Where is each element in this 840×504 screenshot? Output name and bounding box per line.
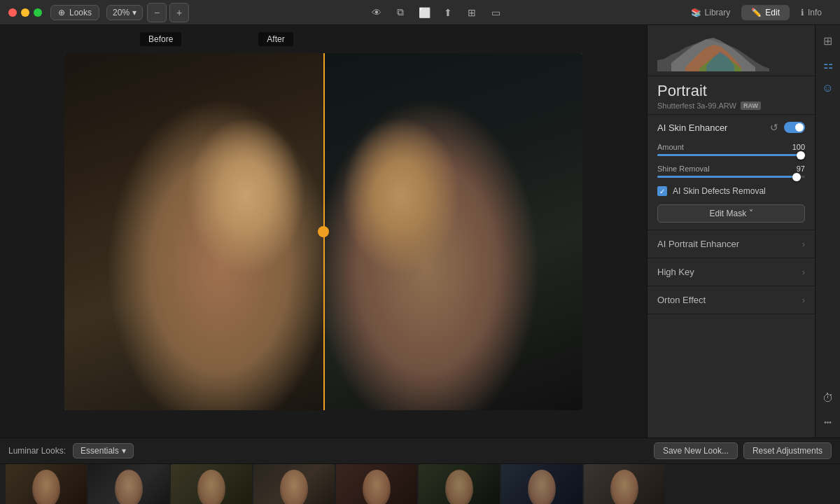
ai-portrait-enhancer-label: AI Portrait Enhancer	[657, 239, 739, 249]
high-key-label: High Key	[657, 267, 694, 277]
high-key-item[interactable]: High Key ›	[648, 258, 815, 286]
thumb-soft-airy[interactable]: Soft & Airy	[584, 464, 665, 504]
export-button[interactable]: ⬆	[438, 3, 458, 22]
info-icon: ℹ	[801, 8, 804, 18]
library-tab-label: Library	[705, 8, 731, 18]
save-new-look-button[interactable]: Save New Look...	[654, 442, 738, 459]
zoom-out-button[interactable]: −	[147, 3, 167, 22]
minimize-button[interactable]	[21, 8, 29, 17]
thumb-contrast-enhancer[interactable]: Contrast Enhancer	[171, 464, 252, 504]
library-tab[interactable]: 📚 Library	[681, 5, 741, 20]
reset-adjustments-button[interactable]: Reset Adjustments	[743, 442, 832, 459]
looks-bar: Luminar Looks: Essentials ▾ Save New Loo…	[0, 438, 840, 464]
histogram-canvas	[657, 32, 769, 71]
shine-removal-label-row: Shine Removal 97	[657, 164, 805, 173]
thumb-bg	[501, 464, 582, 504]
amount-label-row: Amount 100	[657, 143, 805, 151]
file-name: Shutterfest 3a-99.ARW	[657, 102, 736, 110]
thumb-face	[197, 470, 225, 504]
zoom-control[interactable]: 20% ▾	[106, 5, 143, 20]
ai-skin-enhancer-toggle[interactable]	[784, 122, 805, 133]
thumb-ai-image-enhancer[interactable]: AI Image Enhancer	[6, 464, 87, 504]
orton-effect-label: Orton Effect	[657, 295, 706, 305]
edit-mask-button[interactable]: Edit Mask ˅	[657, 204, 805, 223]
ai-skin-defects-checkbox[interactable]: ✓	[657, 186, 667, 196]
looks-label: Looks	[69, 8, 92, 18]
face-icon-button[interactable]: ☺	[818, 78, 838, 98]
bottom-strip: Luminar Looks: Essentials ▾ Save New Loo…	[0, 438, 840, 504]
zoom-value: 20%	[113, 8, 130, 18]
essentials-button[interactable]: Essentials ▾	[73, 443, 134, 458]
zoom-in-button[interactable]: +	[169, 3, 189, 22]
clock-icon-button[interactable]: ⏱	[818, 388, 838, 408]
orton-effect-item[interactable]: Orton Effect ›	[648, 286, 815, 314]
thumb-face	[610, 470, 638, 504]
portrait-title: Portrait	[657, 82, 805, 100]
ai-portrait-enhancer-item[interactable]: AI Portrait Enhancer ›	[648, 230, 815, 258]
ai-skin-enhancer-title: AI Skin Enhancer	[657, 122, 727, 133]
maximize-button[interactable]	[34, 8, 42, 17]
ai-skin-enhancer-icons: ↺	[770, 122, 805, 133]
shine-removal-slider-row: Shine Removal 97	[648, 162, 815, 183]
save-look-label: Save New Look...	[663, 446, 729, 456]
photo-after	[323, 53, 582, 410]
edit-mask-label: Edit Mask ˅	[709, 209, 752, 218]
file-name-row: Shutterfest 3a-99.ARW RAW	[657, 102, 805, 110]
shine-removal-label: Shine Removal	[657, 164, 710, 173]
looks-bar-right: Save New Look... Reset Adjustments	[654, 442, 832, 459]
sliders-icon-button[interactable]: ⚏	[818, 55, 838, 74]
zoom-arrow-icon: ▾	[132, 8, 136, 18]
high-key-chevron-icon: ›	[802, 267, 805, 277]
before-after-labels: Before After	[0, 32, 647, 46]
amount-slider-fill	[657, 154, 805, 156]
info-tab[interactable]: ℹ Info	[791, 5, 832, 20]
main-content: Before After	[0, 25, 840, 438]
eye-icon-button[interactable]: 👁	[367, 3, 386, 22]
amount-slider-row: Amount 100	[648, 140, 815, 162]
after-label: After	[258, 32, 293, 46]
shine-removal-slider[interactable]	[657, 176, 805, 178]
grid-button[interactable]: ⊞	[462, 3, 482, 22]
split-handle[interactable]	[318, 226, 329, 237]
thumb-remove-color-cast[interactable]: Remove Color Cast	[419, 464, 500, 504]
more-icon-button[interactable]: •••	[818, 412, 838, 432]
thumb-mood-enhancer[interactable]: Mood Enhancer	[336, 464, 417, 504]
ai-skin-enhancer-section: AI Skin Enhancer ↺ Amount 100	[648, 115, 815, 230]
edit-tab[interactable]: ✏️ Edit	[741, 5, 790, 20]
photo-before	[64, 53, 323, 410]
crop-button[interactable]: ⬜	[414, 3, 434, 22]
thumb-bg	[171, 464, 252, 504]
looks-label: Luminar Looks:	[8, 446, 66, 456]
traffic-lights	[8, 8, 42, 17]
amount-slider[interactable]	[657, 154, 805, 156]
fullscreen-button[interactable]: ▭	[486, 3, 505, 22]
layers-icon-button[interactable]: ⊞	[818, 31, 838, 50]
ai-skin-defects-row[interactable]: ✓ AI Skin Defects Removal	[648, 183, 815, 202]
thumb-face	[528, 470, 556, 504]
right-panel: Portrait Shutterfest 3a-99.ARW RAW AI Sk…	[647, 25, 815, 438]
essentials-arrow-icon: ▾	[122, 446, 126, 456]
raw-badge: RAW	[741, 102, 761, 110]
thumb-haze-removal[interactable]: Haze Removal	[253, 464, 335, 504]
ai-skin-enhancer-header: AI Skin Enhancer ↺	[648, 115, 815, 140]
portrait-section: Portrait Shutterfest 3a-99.ARW RAW	[648, 76, 815, 115]
amount-value: 100	[792, 143, 805, 151]
reset-icon[interactable]: ↺	[770, 122, 778, 133]
right-sidebar-icons: ⊞ ⚏ ☺ ⏱ •••	[815, 25, 840, 438]
shine-removal-thumb[interactable]	[792, 173, 801, 181]
thumb-classic-bw[interactable]: Classic B&W	[88, 464, 169, 504]
titlebar-right: 📚 Library ✏️ Edit ℹ Info	[681, 5, 832, 20]
edit-tab-label: Edit	[765, 8, 780, 18]
compare-view-button[interactable]: ⧉	[391, 3, 410, 22]
photo-container[interactable]: Before After	[0, 25, 647, 438]
looks-button[interactable]: ⊕ Looks	[50, 5, 99, 20]
minus-icon: −	[154, 7, 160, 18]
chevron-right-icon: ›	[802, 239, 805, 249]
tools-panel: AI Skin Enhancer ↺ Amount 100	[648, 115, 815, 438]
thumb-sky-enhancer[interactable]: Sky Enhancer	[501, 464, 582, 504]
thumbnails-strip: AI Image Enhancer Classic B&W Contrast E…	[0, 464, 840, 504]
amount-slider-thumb[interactable]	[797, 151, 805, 160]
thumb-bg	[336, 464, 417, 504]
close-button[interactable]	[8, 8, 17, 17]
looks-icon: ⊕	[58, 8, 65, 18]
